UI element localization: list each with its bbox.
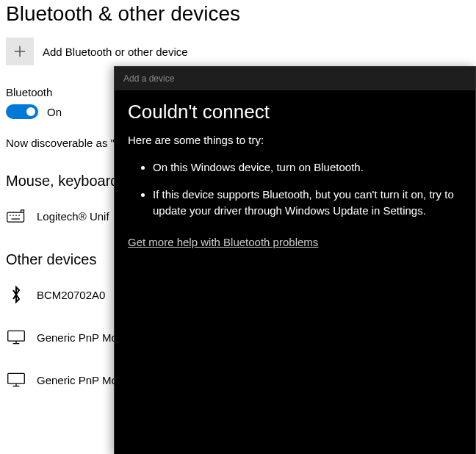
dialog-window-title: Add a device [123,73,174,84]
add-device-dialog: Add a device Couldn't connect Here are s… [114,66,476,454]
dialog-body: Couldn't connect Here are some things to… [115,90,475,454]
svg-rect-2 [7,212,24,222]
settings-page: Bluetooth & other devices Add Bluetooth … [0,2,476,454]
svg-rect-11 [8,373,25,383]
page-title: Bluetooth & other devices [6,2,470,26]
add-device-button[interactable]: Add Bluetooth or other device [6,37,470,65]
device-label: Generic PnP Mo [37,331,118,344]
help-link[interactable]: Get more help with Bluetooth problems [128,236,318,248]
bluetooth-icon [6,284,26,305]
dialog-subheading: Here are some things to try: [128,134,462,146]
dialog-tips-list: On this Windows device, turn on Bluetoot… [128,159,462,220]
dialog-title-bar[interactable]: Add a device [115,67,475,90]
device-label: BCM20702A0 [37,289,105,301]
monitor-icon [6,370,26,390]
dialog-heading: Couldn't connect [128,101,462,123]
plus-icon [6,37,34,65]
device-label: Generic PnP Mo [37,374,118,386]
bluetooth-toggle[interactable] [6,104,38,119]
dialog-tip: If this device supports Bluetooth, but y… [153,187,462,220]
add-device-label: Add Bluetooth or other device [43,46,188,58]
svg-rect-8 [8,331,25,341]
keyboard-icon [6,206,26,226]
toggle-state-label: On [47,106,62,118]
toggle-knob [26,107,35,116]
monitor-icon [6,327,26,347]
device-label: Logitech® Unif [37,210,109,223]
dialog-tip: On this Windows device, turn on Bluetoot… [153,159,462,176]
